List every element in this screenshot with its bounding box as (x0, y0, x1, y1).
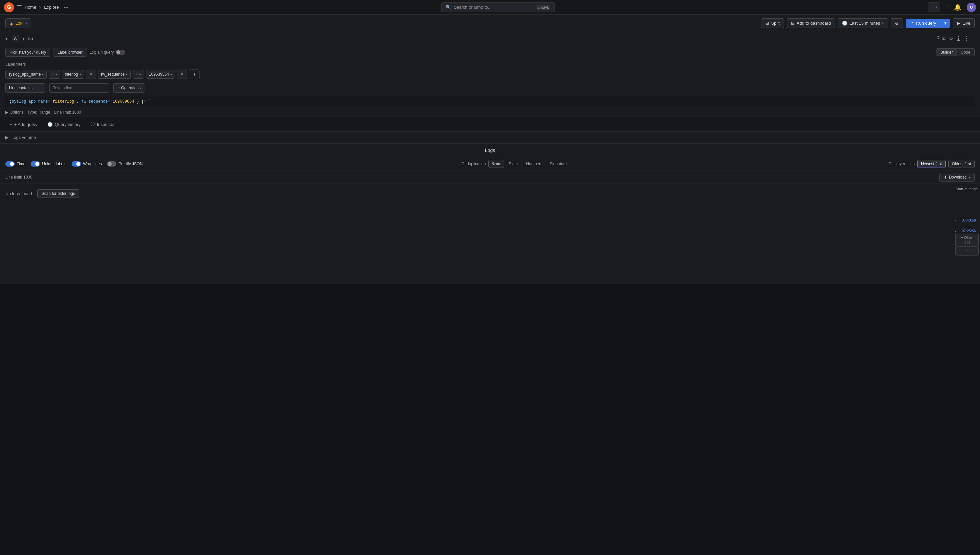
chevron-down-icon: ▾ (55, 73, 57, 76)
older-logs-button[interactable]: ▾ Older logs (955, 233, 979, 247)
code-button[interactable]: Code (957, 49, 974, 56)
breadcrumb-home[interactable]: Home (25, 5, 36, 10)
label-browser-tab[interactable]: Label browser (53, 48, 87, 57)
filter1-val-select[interactable]: filterlog ▾ (62, 70, 84, 79)
display-results-label: Display results (888, 162, 915, 166)
chevron-down-icon: ▾ (139, 73, 141, 76)
newest-first-button[interactable]: Newest first (917, 160, 946, 168)
split-button[interactable]: ⊞ Split (761, 18, 784, 28)
download-button[interactable]: ⬇ Download ▾ (939, 173, 975, 181)
query-datasource-label: (Loki) (23, 36, 33, 41)
no-logs-label: No logs found. (5, 191, 33, 196)
inspector-label: Inspector (97, 122, 115, 127)
add-query-button[interactable]: + + Add query (5, 120, 42, 129)
time-markers: Start of range 07:40:56 — 07:25:56 ▾ Old… (953, 184, 980, 257)
query-settings-icon[interactable]: ⚙ (949, 35, 953, 42)
search-bar-container: 🔍 Search or jump to... cmd+k (441, 2, 555, 12)
unique-labels-label: Unique labels (42, 162, 66, 166)
filter1-key-select[interactable]: syslog_app_name ▾ (5, 70, 47, 79)
share-icon[interactable]: ⊹ (64, 5, 68, 10)
breadcrumb-explore[interactable]: Explore (44, 5, 59, 10)
topnav-right: + ▾ ? 🔔 U (928, 2, 976, 12)
unique-labels-toggle[interactable] (31, 161, 40, 167)
query-more-icon[interactable]: ⋮⋮ (964, 35, 975, 42)
display-results-group: Display results Newest first Oldest firs… (888, 160, 975, 168)
dedup-exact-button[interactable]: Exact (506, 160, 522, 168)
explain-query-toggle[interactable]: Explain query (90, 50, 125, 55)
dedup-numbers-button[interactable]: Numbers (523, 160, 545, 168)
search-placeholder: Search or jump to... (454, 5, 491, 10)
operations-button[interactable]: + Operations (113, 83, 145, 93)
line-limit-label: Line limit: 1000 (5, 175, 32, 180)
wrap-lines-toggle[interactable] (72, 161, 81, 167)
no-logs-area: No logs found. Scan for older logs (0, 184, 980, 203)
prettify-json-toggle-group: Prettify JSON (107, 161, 143, 167)
live-button[interactable]: ▶ Live (953, 18, 975, 28)
top-navigation: G ☰ Home > Explore ⊹ 🔍 Search or jump to… (0, 0, 980, 14)
wrap-lines-toggle-group: Wrap lines (72, 161, 102, 167)
oldest-first-button[interactable]: Oldest first (948, 160, 975, 168)
dedup-signature-button[interactable]: Signature (547, 160, 570, 168)
filter2-val-select[interactable]: 169639854 ▾ (146, 70, 175, 79)
download-label: Download (949, 175, 967, 180)
explain-toggle-switch[interactable] (116, 50, 125, 55)
logs-volume-header[interactable]: ▶ Logs volume (5, 135, 975, 140)
help-icon[interactable]: ? (945, 4, 949, 11)
time-range-button[interactable]: 🕐 Last 15 minutes ▾ (838, 18, 888, 28)
filter1-val-label: filterlog (65, 72, 78, 77)
add-filter-button[interactable]: + (189, 69, 200, 79)
logs-volume-section: ▶ Logs volume (0, 132, 980, 144)
label-filters-section: Label filters syslog_app_name ▾ = ▾ filt… (0, 59, 980, 80)
logs-section: Logs Time Unique labels Wrap lines Pre (0, 144, 980, 284)
run-query-dropdown-button[interactable]: ▾ (941, 19, 950, 28)
bell-icon[interactable]: 🔔 (954, 4, 961, 11)
kick-start-tab[interactable]: Kick start your query (5, 48, 50, 57)
options-label: Options (10, 110, 23, 115)
add-to-dashboard-button[interactable]: ⊞ Add to dashboard (787, 18, 835, 28)
time-range-label: Last 15 minutes (849, 21, 880, 26)
filter2-remove-button[interactable]: ✕ (177, 70, 187, 79)
global-search-bar[interactable]: 🔍 Search or jump to... cmd+k (441, 2, 555, 12)
filter2-val-label: 169639854 (149, 72, 169, 77)
inspector-button[interactable]: ⓘ Inspector (86, 119, 119, 130)
builder-button[interactable]: Builder (936, 49, 957, 56)
deduplication-label: Deduplication (462, 162, 486, 166)
add-query-label: + Add query (14, 122, 38, 127)
filter2-op-label: = (136, 72, 138, 77)
prettify-json-toggle[interactable] (107, 161, 116, 167)
scroll-to-top-button[interactable]: ↑ (955, 246, 979, 255)
hamburger-menu-icon[interactable]: ☰ (17, 4, 22, 11)
filter1-remove-button[interactable]: ✕ (86, 70, 96, 79)
text-to-find-input[interactable] (49, 83, 109, 93)
chevron-down-icon: ▾ (170, 73, 172, 76)
datasource-selector[interactable]: ◈ Loki ▾ (5, 18, 31, 28)
options-row: ▶ Options Type: Range Line limit: 1000 (0, 108, 980, 117)
run-query-button[interactable]: ↺ Run query (906, 19, 941, 28)
dedup-none-button[interactable]: None (488, 160, 504, 168)
refresh-icon: ↺ (910, 21, 914, 26)
logs-body-wrapper: No logs found. Scan for older logs Start… (0, 184, 980, 284)
download-icon: ⬇ (944, 175, 947, 180)
zoom-button[interactable]: ⊖ (891, 18, 903, 28)
breadcrumb-separator: > (39, 5, 42, 10)
query-collapse-button[interactable]: ▾ (5, 36, 8, 41)
query-duplicate-icon[interactable]: ⧉ (942, 36, 946, 42)
query-remove-icon[interactable]: 🗑 (956, 36, 961, 42)
filter1-op-select[interactable]: = ▾ (49, 70, 60, 79)
grafana-logo[interactable]: G (4, 2, 14, 12)
split-label: Split (771, 21, 779, 26)
filter2-key-select[interactable]: fw_sequence ▾ (98, 70, 131, 79)
time-marker-1: 07:40:56 (955, 218, 979, 222)
line-contains-section: Line contains + Operations (0, 80, 980, 95)
new-item-button[interactable]: + ▾ (928, 2, 940, 12)
filter2-op-select[interactable]: = ▾ (133, 70, 144, 79)
inspector-icon: ⓘ (91, 121, 95, 127)
time-toggle[interactable] (5, 161, 14, 167)
query-history-button[interactable]: 🕐 Query history (43, 120, 85, 129)
builder-code-toggle: Builder Code (936, 48, 975, 56)
run-query-group: ↺ Run query ▾ (906, 19, 950, 28)
options-toggle[interactable]: ▶ Options (5, 110, 23, 115)
user-avatar[interactable]: U (967, 3, 976, 12)
query-info-icon[interactable]: ? (937, 36, 940, 42)
scan-for-older-logs-button[interactable]: Scan for older logs (37, 189, 79, 198)
